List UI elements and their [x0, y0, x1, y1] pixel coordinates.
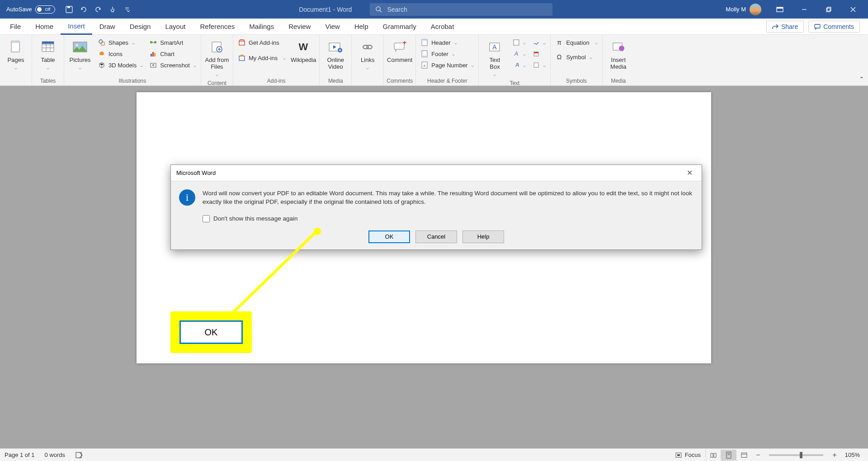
wordart-button[interactable]: A⌵	[510, 49, 528, 59]
share-button[interactable]: Share	[766, 21, 804, 33]
text-box-button[interactable]: AText Box	[481, 38, 508, 79]
close-icon[interactable]	[843, 3, 863, 16]
status-bar: Page 1 of 1 0 words Focus − + 105%	[0, 448, 868, 461]
svg-point-21	[75, 44, 78, 47]
tab-file[interactable]: File	[3, 19, 28, 35]
svg-point-2	[376, 7, 380, 11]
icons-button[interactable]: Icons	[96, 49, 145, 59]
zoom-slider[interactable]	[769, 454, 823, 456]
share-label: Share	[781, 23, 798, 30]
page-number-button[interactable]: #Page Number⌵	[419, 60, 476, 70]
get-addins-button[interactable]: Get Add-ins	[236, 38, 288, 47]
touch-mode-icon[interactable]	[108, 5, 117, 14]
help-button[interactable]: Help	[462, 230, 504, 243]
highlight-dot	[314, 228, 321, 235]
store-icon	[238, 38, 246, 47]
wikipedia-button[interactable]: WWikipedia	[290, 38, 316, 65]
zoom-out-icon[interactable]: −	[756, 451, 760, 459]
tab-view[interactable]: View	[318, 19, 347, 35]
user-account[interactable]: Molly M	[721, 4, 766, 15]
svg-point-43	[367, 45, 372, 49]
tab-grammarly[interactable]: Grammarly	[376, 19, 424, 35]
dialog-close-icon[interactable]: ✕	[683, 167, 696, 179]
tab-design[interactable]: Design	[123, 19, 158, 35]
tab-references[interactable]: References	[193, 19, 242, 35]
undo-icon[interactable]	[80, 5, 88, 14]
comments-button[interactable]: Comments	[808, 21, 860, 33]
web-layout-icon[interactable]	[736, 450, 751, 461]
chart-button[interactable]: Chart	[147, 49, 198, 59]
dont-show-checkbox[interactable]: Don't show this message again	[203, 215, 693, 223]
tab-draw[interactable]: Draw	[92, 19, 123, 35]
insert-media-button[interactable]: Insert Media	[605, 38, 632, 72]
spelling-icon[interactable]	[75, 452, 83, 459]
page-count[interactable]: Page 1 of 1	[5, 452, 35, 458]
header-button[interactable]: Header⌵	[419, 38, 476, 47]
collapse-ribbon-icon[interactable]: ⌃	[859, 75, 864, 83]
word-count[interactable]: 0 words	[45, 452, 66, 458]
drop-cap-button[interactable]: A⌵	[510, 60, 528, 70]
online-video-button[interactable]: Online Video	[322, 38, 349, 72]
svg-rect-1	[67, 6, 70, 8]
read-mode-icon[interactable]	[705, 450, 721, 461]
footer-button[interactable]: Footer⌵	[419, 49, 476, 59]
date-time-button[interactable]	[530, 49, 547, 59]
zoom-level[interactable]: 105%	[841, 452, 863, 458]
zoom-in-icon[interactable]: +	[832, 451, 836, 459]
print-layout-icon[interactable]	[721, 450, 736, 461]
screenshot-button[interactable]: Screenshot⌵	[147, 60, 198, 70]
tab-help[interactable]: Help	[347, 19, 376, 35]
dont-show-input[interactable]	[203, 215, 210, 222]
minimize-icon[interactable]	[794, 3, 815, 16]
shapes-button[interactable]: Shapes⌵	[96, 38, 145, 47]
tab-home[interactable]: Home	[28, 19, 61, 35]
ribbon: Pages Table Tables Pictures Shapes⌵ Icon…	[0, 35, 868, 86]
save-icon[interactable]	[65, 5, 73, 14]
focus-button[interactable]: Focus	[675, 452, 701, 458]
symbol-button[interactable]: ΩSymbol⌵	[553, 52, 599, 62]
search-input[interactable]	[387, 6, 547, 13]
header-icon	[420, 38, 429, 47]
wordart-icon: A	[512, 50, 520, 58]
add-from-files-button[interactable]: Add from Files	[204, 38, 230, 79]
autosave-state: Off	[45, 7, 50, 12]
date-icon	[532, 50, 540, 58]
cancel-button[interactable]: Cancel	[415, 230, 457, 243]
ok-button[interactable]: OK	[368, 230, 410, 243]
cube-icon	[98, 61, 106, 69]
svg-rect-38	[241, 55, 243, 56]
3d-models-button[interactable]: 3D Models⌵	[96, 60, 145, 70]
ribbon-display-icon[interactable]	[769, 3, 790, 16]
search-box[interactable]	[370, 3, 552, 16]
object-button[interactable]: ⌵	[530, 60, 547, 70]
smartart-button[interactable]: SmartArt	[147, 38, 198, 47]
autosave-toggle[interactable]: Off	[35, 5, 55, 14]
my-addins-button[interactable]: My Add-ins⌵	[236, 53, 288, 63]
group-comments: Comments	[387, 76, 413, 85]
maximize-icon[interactable]	[818, 3, 839, 16]
wikipedia-label: Wikipedia	[291, 56, 316, 63]
tab-insert[interactable]: Insert	[61, 19, 92, 35]
add-files-icon	[209, 39, 225, 55]
qat-customize-icon[interactable]	[123, 5, 131, 14]
comment-button[interactable]: +Comment	[387, 38, 413, 65]
redo-icon[interactable]	[94, 5, 102, 14]
equation-button[interactable]: πEquation⌵	[553, 38, 599, 47]
pictures-button[interactable]: Pictures	[67, 38, 93, 72]
quick-parts-button[interactable]: ⌵	[510, 38, 528, 47]
online-video-label: Online Video	[327, 56, 344, 70]
tab-mailings[interactable]: Mailings	[242, 19, 281, 35]
tab-acrobat[interactable]: Acrobat	[424, 19, 462, 35]
tab-review[interactable]: Review	[281, 19, 318, 35]
group-links	[354, 76, 381, 85]
group-media: Media	[322, 76, 349, 85]
drop-cap-icon: A	[512, 61, 520, 69]
table-button[interactable]: Table	[35, 38, 61, 72]
page[interactable]: Microsoft Word ✕ i Word will now convert…	[137, 92, 711, 363]
equation-label: Equation	[566, 39, 589, 46]
links-button[interactable]: Links	[354, 38, 381, 72]
pages-button[interactable]: Pages	[3, 38, 29, 72]
signature-line-button[interactable]: ⌵	[530, 38, 547, 47]
object-icon	[532, 61, 540, 69]
tab-layout[interactable]: Layout	[158, 19, 193, 35]
